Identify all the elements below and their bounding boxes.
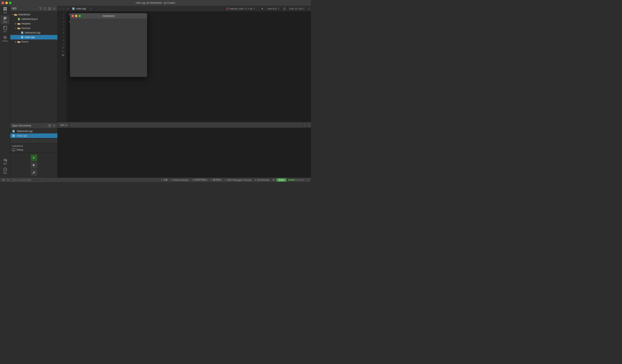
debug-icon (3, 35, 7, 39)
sidebar-item-debug[interactable]: Debug (0, 34, 10, 43)
left-bottom-device: Debug , (12, 148, 56, 151)
left-bottom-project-label: HelloWorld (12, 145, 56, 147)
sidebar-item-design[interactable]: 设计 (0, 25, 10, 34)
open-docs-close-icon[interactable] (52, 124, 56, 127)
line-num-6: 6 (63, 31, 64, 35)
preview-window[interactable]: HelloWorld (70, 13, 147, 77)
line-num-11: 11 (62, 50, 64, 54)
pin-icon (67, 7, 69, 10)
tree-item-sources[interactable]: ▼ Sources (10, 26, 57, 30)
edit-icon (3, 16, 7, 20)
preview-window-title: HelloWorld (102, 15, 114, 18)
line-num-10: 10 (62, 46, 64, 50)
editor-area: ‹ › C++ main.cpp × (58, 6, 311, 177)
status-expand-icon[interactable]: ⤢ (306, 178, 309, 182)
locate-input[interactable] (10, 178, 43, 182)
folder-icon-sources (17, 27, 20, 30)
sidebar-item-edit[interactable]: 编辑 (0, 15, 10, 24)
bottom-tab-expand[interactable]: › (70, 122, 74, 128)
svg-rect-37 (12, 149, 15, 151)
lock-icon (283, 7, 286, 10)
left-bottom-device-label: Debug (17, 149, 23, 151)
locate-bar[interactable] (7, 178, 159, 182)
line-ending-selector[interactable]: Unix (LF) ▼ (266, 6, 281, 11)
close-panel-icon[interactable] (52, 7, 56, 10)
editor-expand-btn[interactable]: ⤢ (306, 6, 311, 11)
function-selector[interactable]: f main(int, char **) -> int ▼ ▼ (224, 6, 266, 11)
code-editor[interactable]: 1 2 3 4 5 6 7 8 9 10 11 12 #include "hel… (58, 12, 311, 122)
projects-label: 项目 (3, 162, 7, 165)
debug-label: Debug (2, 40, 8, 42)
tree-item-forms[interactable]: ▶ Forms (10, 39, 57, 44)
tree-item-headers[interactable]: ▶ Headers (10, 21, 57, 26)
status-app-output[interactable]: 3 应用程序输出 (192, 178, 207, 181)
tree-item-helloworld-pro[interactable]: ▶ P HelloWorld.pro (10, 17, 57, 21)
project-tree-panel: 项目 (10, 6, 58, 177)
build-button[interactable]: Build (276, 178, 286, 182)
tab-spacer (95, 6, 224, 11)
preview-titlebar: HelloWorld (70, 13, 147, 19)
bottom-panel: QML D › − □ (58, 122, 311, 177)
preview-window-controls[interactable] (72, 15, 81, 17)
open-docs-selector-icon[interactable]: ⌄ (43, 124, 47, 127)
editor-tabs: ‹ › C++ main.cpp × (58, 6, 311, 12)
tab-prev-btn[interactable]: ‹ (58, 6, 62, 11)
open-docs-list: C++ helloworld.cpp C++ main.cpp (10, 129, 57, 138)
svg-text:?: ? (4, 168, 5, 171)
tree-item-main-cpp[interactable]: ▶ C++ main.cpp (10, 35, 57, 39)
svg-rect-49 (284, 8, 285, 10)
status-qml-console[interactable]: 5 QML Debugger Console (225, 179, 251, 181)
bottom-tab-qmld[interactable]: QML D (58, 122, 70, 128)
help-label: 帮助 (3, 172, 7, 175)
preview-minimize-btn[interactable] (75, 15, 77, 17)
svg-marker-41 (33, 156, 35, 159)
window-controls[interactable] (2, 2, 12, 4)
tree-item-helloworld-root[interactable]: ▼ HelloWorld (10, 12, 57, 17)
line-num-1: 1 (63, 13, 64, 17)
design-label: 设计 (3, 30, 7, 33)
maximize-button[interactable] (9, 2, 12, 4)
line-info-label: Line: 12, Col: 1 (289, 7, 304, 10)
tab-close-btn[interactable]: × (89, 7, 92, 10)
run-button[interactable] (31, 154, 37, 161)
status-toggle-btn[interactable]: ☰ (2, 178, 5, 182)
file-icon-main-cpp: C++ (20, 36, 24, 39)
svg-rect-6 (4, 19, 5, 19)
svg-rect-4 (4, 17, 7, 18)
open-doc-helloworld-cpp[interactable]: C++ helloworld.cpp (10, 129, 57, 134)
line-num-7: 7 (63, 35, 64, 39)
close-button[interactable] (2, 2, 4, 4)
status-problems[interactable]: 1 问题 (161, 178, 168, 181)
open-doc-icon-helloworld: C++ (12, 130, 15, 133)
open-docs-panel: Open Documents ⌄ (10, 123, 57, 143)
tree-item-helloworld-cpp[interactable]: ▶ C++ helloworld.cpp (10, 30, 57, 35)
build-run-button[interactable] (31, 162, 37, 168)
tab-pin-btn[interactable] (66, 6, 70, 11)
tab-next-btn[interactable]: › (62, 6, 66, 11)
sync-icon[interactable] (43, 7, 47, 10)
status-settings-icon[interactable]: ⚙ (272, 178, 275, 181)
minimize-button[interactable] (5, 2, 8, 4)
filter-icon[interactable] (39, 7, 42, 10)
tab-main-cpp[interactable]: C++ main.cpp × (70, 6, 95, 11)
preview-close-btn[interactable] (72, 15, 74, 17)
open-docs-toggle[interactable]: › (10, 138, 57, 143)
status-compile-output[interactable]: 4 编译输出 (211, 178, 222, 181)
function-selector-expand[interactable]: ▼ (261, 7, 264, 10)
status-test-results[interactable]: 8 Test Results (255, 179, 269, 181)
tree-arrow-forms: ▶ (14, 40, 17, 43)
sidebar-item-projects[interactable]: 项目 (0, 157, 10, 166)
preview-maximize-btn[interactable] (78, 15, 81, 17)
line-ending-label: Unix (LF) (267, 7, 277, 10)
open-docs-split-icon[interactable] (48, 124, 51, 127)
line-num-5: 5 (63, 28, 64, 31)
stop-button[interactable] (31, 169, 37, 176)
bottom-maximize-btn[interactable]: □ (307, 122, 311, 128)
status-search[interactable]: 2 Search Results (171, 179, 188, 181)
line-num-12: 12 (62, 54, 64, 57)
sidebar-item-welcome[interactable]: 欢迎 (0, 6, 10, 15)
bottom-minimize-btn[interactable]: − (303, 122, 307, 128)
sidebar-item-help[interactable]: ? 帮助 (0, 166, 10, 175)
split-icon[interactable] (48, 7, 51, 10)
open-doc-main-cpp[interactable]: C++ main.cpp (10, 134, 57, 138)
